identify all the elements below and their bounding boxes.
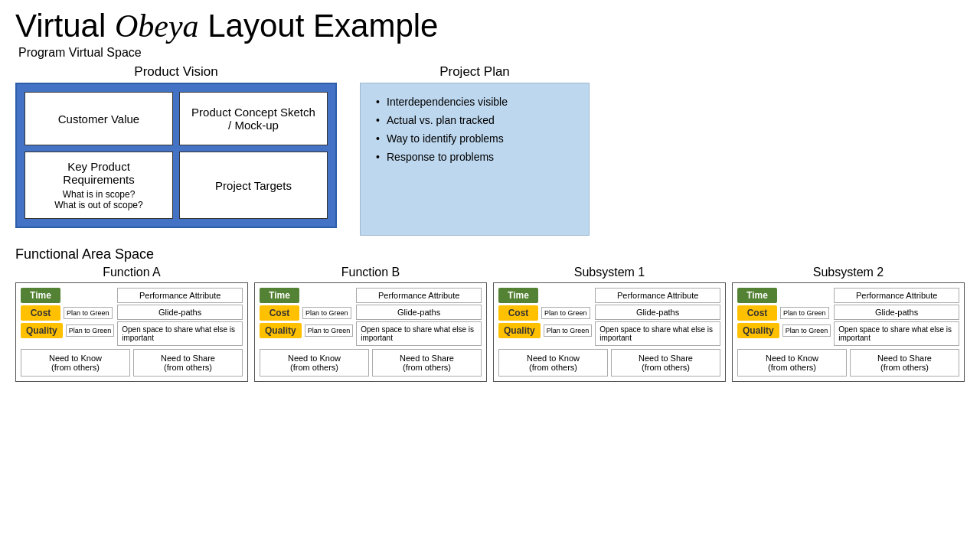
top-section: Product Vision Customer Value Product Co… [15, 64, 965, 236]
func-a-glide: Glide-paths [117, 305, 243, 320]
func-sub2-need-know: Need to Know(from others) [737, 349, 847, 377]
func-sub2-cost-plan: Plan to Green [780, 307, 829, 320]
func-b-perf-col: Performance Attribute Glide-paths Open s… [356, 288, 482, 346]
func-sub1-cost: Cost Plan to Green [498, 305, 592, 321]
func-sub1-need-share: Need to Share(from others) [611, 349, 720, 377]
func-b-cost: Cost Plan to Green [260, 305, 353, 321]
vision-card-requirements: Key Product Requirements What is in scop… [24, 152, 173, 219]
vision-card-concept: Product Concept Sketch / Mock-up [179, 92, 328, 145]
product-vision-box: Customer Value Product Concept Sketch / … [15, 83, 337, 228]
func-a-need-share: Need to Share(from others) [133, 349, 243, 377]
plan-item-2: Actual vs. plan tracked [376, 114, 573, 126]
func-sub2-cost-label: Cost [737, 305, 777, 321]
func-a-time: Time [21, 288, 114, 303]
func-sub2-time: Time [737, 288, 831, 303]
func-b-cost-plan: Plan to Green [302, 307, 351, 320]
func-sub2-perf-col: Performance Attribute Glide-paths Open s… [834, 288, 959, 346]
func-section-sub1: Subsystem 1 Time Cost Plan to Green Qual… [493, 266, 726, 382]
title-italic: Obeya [115, 8, 199, 44]
plan-item-1: Interdependencies visible [376, 96, 573, 108]
func-sub2-quality: Quality Plan to Green [737, 323, 831, 338]
func-sub1-need-know: Need to Know(from others) [498, 349, 608, 377]
func-b-need-know: Need to Know(from others) [260, 349, 369, 377]
func-sub2-quality-label: Quality [737, 323, 779, 338]
func-a-cost: Cost Plan to Green [21, 305, 114, 321]
program-label: Program Virtual Space [18, 46, 965, 60]
func-sub1-metrics: Time Cost Plan to Green Quality Plan to … [498, 288, 592, 346]
func-a-cost-label: Cost [21, 305, 60, 321]
func-sub2-top: Time Cost Plan to Green Quality Plan to … [737, 288, 959, 346]
func-a-need-know: Need to Know(from others) [21, 349, 130, 377]
func-a-quality: Quality Plan to Green [21, 323, 114, 338]
func-b-perf-attr: Performance Attribute [356, 288, 482, 303]
func-b-top: Time Cost Plan to Green Quality Plan to … [260, 288, 482, 346]
plan-item-3: Way to identify problems [376, 132, 573, 145]
func-a-top: Time Cost Plan to Green Quality Plan to … [21, 288, 243, 346]
func-sub1-box: Time Cost Plan to Green Quality Plan to … [493, 282, 726, 382]
func-b-box: Time Cost Plan to Green Quality Plan to … [254, 282, 487, 382]
func-sub1-time: Time [498, 288, 592, 303]
func-b-time-label: Time [260, 288, 299, 303]
func-a-quality-plan: Plan to Green [66, 324, 115, 337]
func-sub1-quality-label: Quality [498, 323, 541, 338]
func-sub1-perf-col: Performance Attribute Glide-paths Open s… [595, 288, 720, 346]
func-section-b: Function B Time Cost Plan to Green Quali… [254, 266, 487, 382]
func-a-bottom: Need to Know(from others) Need to Share(… [21, 349, 243, 377]
func-a-time-label: Time [21, 288, 60, 303]
func-section-sub2: Subsystem 2 Time Cost Plan to Green Qual… [732, 266, 965, 382]
func-sub2-quality-plan: Plan to Green [782, 324, 831, 337]
func-sub1-glide: Glide-paths [595, 305, 720, 320]
func-section-a: Function A Time Cost Plan to Green Quali… [15, 266, 248, 382]
vision-card-targets-text: Project Targets [189, 179, 318, 192]
vision-card-req-text: Key Product Requirements [34, 160, 163, 186]
func-sub2-glide: Glide-paths [834, 305, 959, 320]
func-a-title: Function A [103, 266, 161, 279]
func-sub2-bottom: Need to Know(from others) Need to Share(… [737, 349, 959, 377]
func-sub2-box: Time Cost Plan to Green Quality Plan to … [732, 282, 965, 382]
vision-card-customer-text: Customer Value [34, 112, 163, 126]
title-part1: Virtual [15, 8, 115, 44]
title-part2: Layout Example [199, 8, 439, 44]
func-b-need-share: Need to Share(from others) [372, 349, 482, 377]
func-b-title: Function B [341, 266, 400, 279]
product-vision-label: Product Vision [134, 64, 217, 80]
func-a-cost-plan: Plan to Green [64, 307, 113, 320]
func-sub1-time-label: Time [498, 288, 538, 303]
project-plan-list: Interdependencies visible Actual vs. pla… [376, 96, 573, 163]
func-b-quality-plan: Plan to Green [305, 324, 354, 337]
func-a-box: Time Cost Plan to Green Quality Plan to … [15, 282, 248, 382]
func-sub2-cost: Cost Plan to Green [737, 305, 831, 321]
func-sub1-open: Open space to share what else is importa… [595, 321, 720, 346]
func-sub1-bottom: Need to Know(from others) Need to Share(… [498, 349, 720, 377]
func-sub2-time-label: Time [737, 288, 777, 303]
func-b-quality-label: Quality [260, 323, 302, 338]
func-sub2-need-share: Need to Share(from others) [850, 349, 959, 377]
func-a-quality-label: Quality [21, 323, 63, 338]
func-b-bottom: Need to Know(from others) Need to Share(… [260, 349, 482, 377]
func-sub2-metrics: Time Cost Plan to Green Quality Plan to … [737, 288, 831, 346]
functional-sections: Function A Time Cost Plan to Green Quali… [15, 266, 965, 382]
func-sub2-title: Subsystem 2 [813, 266, 884, 279]
func-sub2-perf-attr: Performance Attribute [834, 288, 959, 303]
vision-card-req-sub: What is in scope?What is out of scope? [34, 189, 163, 210]
plan-item-4: Response to problems [376, 151, 573, 163]
func-b-open: Open space to share what else is importa… [356, 321, 482, 346]
func-b-glide: Glide-paths [356, 305, 482, 320]
project-plan-box: Interdependencies visible Actual vs. pla… [360, 83, 590, 236]
func-b-time: Time [260, 288, 353, 303]
func-sub1-cost-plan: Plan to Green [541, 307, 590, 320]
func-b-metrics: Time Cost Plan to Green Quality Plan to … [260, 288, 353, 346]
project-plan-container: Project Plan Interdependencies visible A… [360, 64, 590, 236]
func-sub2-open: Open space to share what else is importa… [834, 321, 959, 346]
vision-card-targets: Project Targets [179, 152, 328, 219]
func-sub1-perf-attr: Performance Attribute [595, 288, 720, 303]
main-title: Virtual Obeya Layout Example [15, 8, 965, 44]
func-b-quality: Quality Plan to Green [260, 323, 353, 338]
func-b-cost-label: Cost [260, 305, 299, 321]
project-plan-label: Project Plan [439, 64, 510, 80]
func-sub1-title: Subsystem 1 [574, 266, 645, 279]
func-a-metrics: Time Cost Plan to Green Quality Plan to … [21, 288, 114, 346]
vision-card-customer: Customer Value [24, 92, 173, 145]
func-sub1-cost-label: Cost [498, 305, 538, 321]
product-vision-container: Product Vision Customer Value Product Co… [15, 64, 337, 236]
